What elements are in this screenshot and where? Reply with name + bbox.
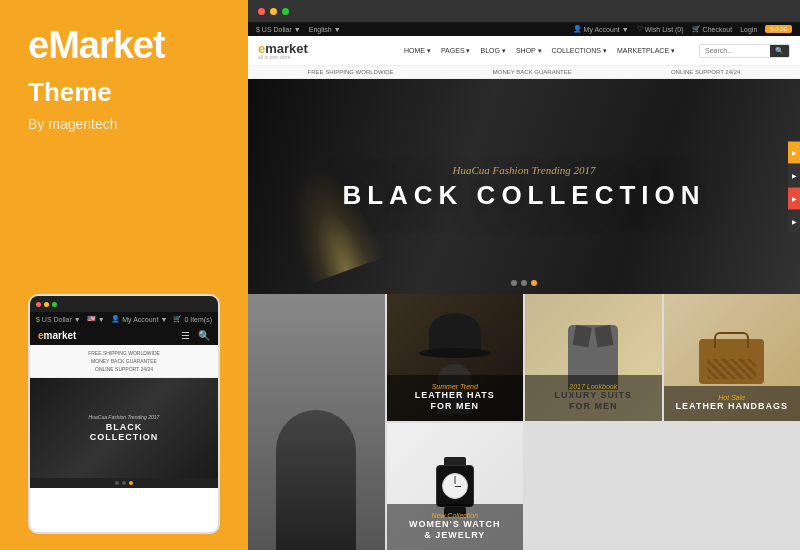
mobile-header-icons: ☰ 🔍	[181, 330, 210, 341]
mobile-hero-script: HuaCua Fashion Trending 2017	[89, 414, 160, 420]
store-search-button[interactable]: 🔍	[770, 45, 789, 57]
bag-overlay: Hot Sale LEATHER HANDBAGS	[664, 386, 801, 421]
store-main: HuaCua Fashion Trending 2017 BLACK COLLE…	[248, 79, 800, 550]
hero-btn-dark2[interactable]: ▶	[788, 210, 800, 232]
product-card-hats[interactable]: Summer Trend LEATHER HATSFOR MEN	[387, 294, 524, 421]
mobile-dot-yellow	[44, 302, 49, 307]
mobile-info-strip: FREE SHIPPING WORLDWIDE MONEY BACK GUARA…	[30, 345, 218, 378]
product-card-bag[interactable]: Hot Sale LEATHER HANDBAGS	[664, 294, 801, 421]
info-2: MONEY BACK GUARANTEE	[493, 69, 572, 75]
store-language[interactable]: English ▼	[309, 26, 341, 33]
mobile-top-bar	[30, 296, 218, 312]
mobile-hero-main: BLACKCOLLECTION	[90, 422, 159, 442]
browser-dot-red	[258, 8, 265, 15]
nav-home[interactable]: HOME ▾	[404, 47, 431, 55]
store-top-left: $ US Dollar ▼ English ▼	[256, 26, 341, 33]
hero-bg: HuaCua Fashion Trending 2017 BLACK COLLE…	[248, 79, 800, 294]
hero-sidebar-buttons: ▶ ▶ ▶ ▶	[788, 141, 800, 232]
store-info-strip: FREE SHIPPING WORLDWIDE MONEY BACK GUARA…	[248, 66, 800, 79]
nav-pages[interactable]: PAGES ▾	[441, 47, 471, 55]
suit-tag: 2017 Lookbook	[533, 383, 654, 390]
nav-marketplace[interactable]: MARKETPLACE ▾	[617, 47, 675, 55]
hero-section: HuaCua Fashion Trending 2017 BLACK COLLE…	[248, 79, 800, 294]
product-card-suit[interactable]: 2017 Lookbook LUXURY SUITSFOR MEN	[525, 294, 662, 421]
store-search-input[interactable]	[700, 45, 770, 56]
mobile-header-bar: emarket ☰ 🔍	[30, 326, 218, 345]
mobile-info-2: MONEY BACK GUARANTEE	[36, 357, 212, 365]
nav-shop[interactable]: SHOP ▾	[516, 47, 542, 55]
browser-dot-yellow	[270, 8, 277, 15]
hats-tag: Summer Trend	[395, 383, 516, 390]
theme-label: Theme	[28, 77, 220, 108]
store-logo: emarket all in one store	[258, 41, 308, 60]
mobile-dot-1	[115, 481, 119, 485]
hero-btn-orange[interactable]: ▶	[788, 141, 800, 163]
hero-dot-3[interactable]	[531, 280, 537, 286]
info-1: FREE SHIPPING WORLDWIDE	[308, 69, 394, 75]
product-card-watch[interactable]: New Collection WOMEN'S WATCH& JEWELRY	[387, 423, 524, 550]
product-card-person[interactable]	[248, 294, 385, 550]
mobile-info-3: ONLINE SUPPORT 24/24	[36, 365, 212, 373]
store-wishlist[interactable]: ♡ Wish List (0)	[637, 25, 684, 33]
store-search-bar: 🔍	[699, 44, 790, 58]
hero-text-container: HuaCua Fashion Trending 2017 BLACK COLLE…	[342, 163, 705, 210]
store-nav-links: HOME ▾ PAGES ▾ BLOG ▾ SHOP ▾ COLLECTIONS…	[404, 47, 675, 55]
hero-dot-1[interactable]	[511, 280, 517, 286]
mobile-mockup: $ US Dollar ▼ 🇺🇸 ▼ 👤 My Account ▼ 🛒 0 It…	[28, 294, 220, 534]
suit-overlay: 2017 Lookbook LUXURY SUITSFOR MEN	[525, 375, 662, 421]
browser-chrome	[248, 0, 800, 22]
mobile-menu-icon[interactable]: ☰	[181, 330, 190, 341]
product-grid: Summer Trend LEATHER HATSFOR MEN	[248, 294, 800, 550]
hats-title: LEATHER HATSFOR MEN	[395, 390, 516, 413]
mobile-dot-3-active	[129, 481, 133, 485]
watch-title: WOMEN'S WATCH& JEWELRY	[395, 519, 516, 542]
mobile-dot-2	[122, 481, 126, 485]
mobile-toolbar: $ US Dollar ▼ 🇺🇸 ▼ 👤 My Account ▼ 🛒 0 It…	[30, 312, 218, 326]
mobile-account: 👤 My Account ▼	[111, 315, 167, 323]
store-account[interactable]: 👤 My Account ▼	[573, 25, 629, 33]
suit-title: LUXURY SUITSFOR MEN	[533, 390, 654, 413]
info-3: ONLINE SUPPORT 24/24	[671, 69, 740, 75]
mobile-dot-green	[52, 302, 57, 307]
watch-tag: New Collection	[395, 512, 516, 519]
hero-main-text: BLACK COLLECTION	[342, 179, 705, 210]
mobile-cart: 🛒 0 Item(s)	[173, 315, 212, 323]
hero-dots	[511, 280, 537, 286]
mobile-hero-dots	[30, 478, 218, 488]
mobile-logo: emarket	[38, 330, 76, 341]
bag-tag: Hot Sale	[672, 394, 793, 401]
store-checkout[interactable]: 🛒 Checkout	[692, 25, 733, 33]
mobile-flag: 🇺🇸 ▼	[87, 315, 105, 323]
hero-dot-2[interactable]	[521, 280, 527, 286]
mobile-search-icon[interactable]: 🔍	[198, 330, 210, 341]
nav-blog[interactable]: BLOG ▾	[481, 47, 506, 55]
mobile-hero-bg: HuaCua Fashion Trending 2017 BLACKCOLLEC…	[30, 378, 218, 478]
hats-overlay: Summer Trend LEATHER HATSFOR MEN	[387, 375, 524, 421]
store-login[interactable]: Login	[740, 26, 757, 33]
store-currency[interactable]: $ US Dollar ▼	[256, 26, 301, 33]
right-panel: $ US Dollar ▼ English ▼ 👤 My Account ▼ ♡…	[248, 0, 800, 550]
left-panel: eMarket Theme By magentech $ US Dollar ▼…	[0, 0, 248, 550]
watch-overlay: New Collection WOMEN'S WATCH& JEWELRY	[387, 504, 524, 550]
store-top-bar: $ US Dollar ▼ English ▼ 👤 My Account ▼ ♡…	[248, 22, 800, 36]
store-navbar: emarket all in one store HOME ▾ PAGES ▾ …	[248, 36, 800, 66]
store-register[interactable]: $ 0.00	[765, 25, 792, 33]
brand-title: eMarket	[28, 24, 220, 67]
nav-collections[interactable]: COLLECTIONS ▾	[552, 47, 607, 55]
mobile-dot-red	[36, 302, 41, 307]
bag-title: LEATHER HANDBAGS	[672, 401, 793, 413]
hero-script-text: HuaCua Fashion Trending 2017	[342, 163, 705, 175]
browser-dot-green	[282, 8, 289, 15]
mobile-info-1: FREE SHIPPING WORLDWIDE	[36, 349, 212, 357]
mobile-currency: $ US Dollar ▼	[36, 316, 81, 323]
store-top-right: 👤 My Account ▼ ♡ Wish List (0) 🛒 Checkou…	[573, 25, 792, 33]
mobile-hero: HuaCua Fashion Trending 2017 BLACKCOLLEC…	[30, 378, 218, 478]
hero-btn-red[interactable]: ▶	[788, 187, 800, 209]
by-label: By magentech	[28, 116, 220, 132]
hero-btn-dark[interactable]: ▶	[788, 164, 800, 186]
